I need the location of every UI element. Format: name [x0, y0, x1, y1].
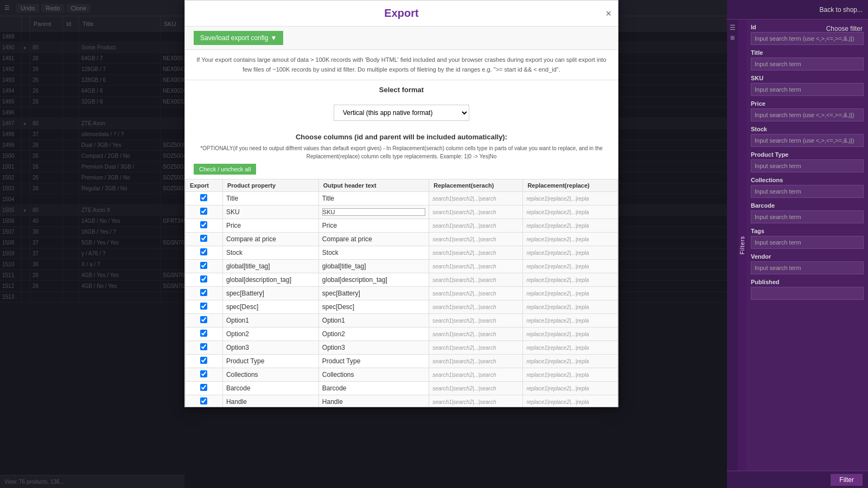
output-header-cell[interactable]: Stock [318, 246, 429, 260]
filter-product-type-input[interactable] [751, 159, 864, 172]
export-row-checkbox[interactable] [200, 397, 207, 404]
filter-id-input[interactable] [751, 32, 864, 45]
replacement-search-cell[interactable]: search1|search2|...|search [429, 382, 523, 395]
filter-published-input[interactable] [751, 287, 864, 300]
export-row-checkbox[interactable] [200, 235, 207, 242]
export-row-checkbox[interactable] [200, 316, 207, 323]
filter-price-input[interactable] [751, 108, 864, 121]
export-table-container: Export Product property Output header te… [185, 179, 618, 407]
export-row-checkbox[interactable] [200, 248, 207, 255]
property-cell: Collections [222, 368, 318, 382]
replacement-search-cell[interactable]: search1|search2|...|search [429, 273, 523, 287]
export-row-checkbox[interactable] [200, 194, 207, 201]
export-checkbox-cell [186, 382, 223, 395]
filter-sku-section: SKU [751, 75, 864, 96]
check-uncheck-all-button[interactable]: Check / uncheck all [194, 164, 256, 175]
export-table: Export Product property Output header te… [185, 179, 618, 407]
export-row-checkbox[interactable] [200, 357, 207, 364]
filter-sku-input[interactable] [751, 83, 864, 96]
replacement-replace-cell[interactable]: replace1|replace2|...|repla [523, 300, 618, 314]
replacement-replace-cell[interactable]: replace1|replace2|...|repla [523, 328, 618, 341]
replacement-replace-cell[interactable]: replace1|replace2|...|repla [523, 273, 618, 287]
output-header-cell[interactable]: Collections [318, 368, 429, 382]
export-row-checkbox[interactable] [200, 370, 207, 377]
export-row-checkbox[interactable] [200, 275, 207, 282]
replacement-replace-cell[interactable]: replace1|replace2|...|repla [523, 192, 618, 206]
output-header-cell[interactable]: spec[Desc] [318, 300, 429, 314]
replacement-search-cell[interactable]: search1|search2|...|search [429, 341, 523, 355]
replacement-replace-cell[interactable]: replace1|replace2|...|repla [523, 395, 618, 407]
replacement-replace-cell[interactable]: replace1|replace2|...|repla [523, 368, 618, 382]
output-header-cell[interactable]: global[title_tag] [318, 260, 429, 273]
output-header-cell[interactable]: Barcode [318, 382, 429, 395]
replacement-search-cell[interactable]: search1|search2|...|search [429, 287, 523, 300]
replacement-search-cell[interactable]: search1|search2|...|search [429, 395, 523, 407]
replacement-search-cell[interactable]: search1|search2|...|search [429, 300, 523, 314]
replacement-replace-cell[interactable]: replace1|replace2|...|repla [523, 355, 618, 368]
save-load-config-button[interactable]: Save/load export config ▼ [194, 31, 283, 45]
export-row-checkbox[interactable] [200, 262, 207, 269]
output-header-cell[interactable]: Product Type [318, 355, 429, 368]
replacement-search-cell[interactable]: search1|search2|...|search [429, 368, 523, 382]
filter-stock-input[interactable] [751, 134, 864, 147]
property-cell: Stock [222, 246, 318, 260]
output-header-input[interactable] [322, 208, 425, 216]
table-row: PricePricesearch1|search2|...|searchrepl… [186, 219, 618, 233]
filter-barcode-input[interactable] [751, 210, 864, 223]
property-cell: Option3 [222, 341, 318, 355]
replacement-replace-cell[interactable]: replace1|replace2|...|repla [523, 206, 618, 219]
replacement-search-cell[interactable]: search1|search2|...|search [429, 233, 523, 246]
filter-collections-input[interactable] [751, 185, 864, 198]
output-header-cell[interactable]: Title [318, 192, 429, 206]
export-row-checkbox[interactable] [200, 384, 207, 391]
replacement-replace-cell[interactable]: replace1|replace2|...|repla [523, 219, 618, 233]
replacement-replace-cell[interactable]: replace1|replace2|...|repla [523, 314, 618, 328]
replacement-search-cell[interactable]: search1|search2|...|search [429, 355, 523, 368]
output-header-cell[interactable]: Option2 [318, 328, 429, 341]
replacement-replace-cell[interactable]: replace1|replace2|...|repla [523, 287, 618, 300]
output-header-cell[interactable]: Option1 [318, 314, 429, 328]
replacement-replace-cell[interactable]: replace1|replace2|...|repla [523, 233, 618, 246]
replacement-search-cell[interactable]: search1|search2|...|search [429, 206, 523, 219]
replacement-search-cell[interactable]: search1|search2|...|search [429, 314, 523, 328]
sidebar-icon-column: ☰ ⊞ [727, 20, 738, 471]
table-row: SKUsearch1|search2|...|searchreplace1|re… [186, 206, 618, 219]
output-header-cell[interactable] [318, 206, 429, 219]
save-load-label: Save/load export config [200, 34, 268, 42]
replacement-replace-cell[interactable]: replace1|replace2|...|repla [523, 341, 618, 355]
replacement-search-cell[interactable]: search1|search2|...|search [429, 246, 523, 260]
replacement-replace-cell[interactable]: replace1|replace2|...|repla [523, 382, 618, 395]
export-row-checkbox[interactable] [200, 330, 207, 337]
output-header-cell[interactable]: Handle [318, 395, 429, 407]
optional-note: *OPTIONALY(if you need to output diffren… [185, 143, 618, 164]
replacement-replace-cell[interactable]: replace1|replace2|...|repla [523, 246, 618, 260]
replacement-search-cell[interactable]: search1|search2|...|search [429, 219, 523, 233]
modal-close-button[interactable]: × [605, 8, 611, 19]
output-header-cell[interactable]: Option3 [318, 341, 429, 355]
output-header-cell[interactable]: global[description_tag] [318, 273, 429, 287]
choose-filter-label[interactable]: Choose filter [826, 25, 863, 33]
replacement-replace-cell[interactable]: replace1|replace2|...|repla [523, 260, 618, 273]
back-to-shop-link[interactable]: Back to shop... [820, 6, 863, 14]
replacement-search-cell[interactable]: search1|search2|...|search [429, 192, 523, 206]
col-property: Product property [222, 179, 318, 192]
filter-collections-label: Collections [751, 177, 864, 183]
export-row-checkbox[interactable] [200, 208, 207, 215]
filters-tab[interactable]: Filters [738, 20, 746, 471]
output-header-cell[interactable]: Price [318, 219, 429, 233]
export-row-checkbox[interactable] [200, 303, 207, 310]
filter-tags-input[interactable] [751, 236, 864, 249]
filter-title-input[interactable] [751, 57, 864, 70]
filter-title-label: Title [751, 49, 864, 56]
output-header-cell[interactable]: spec[Battery] [318, 287, 429, 300]
export-checkbox-cell [186, 233, 223, 246]
format-select[interactable]: Vertical (this app native format) [334, 105, 469, 121]
export-row-checkbox[interactable] [200, 221, 207, 228]
filter-apply-button[interactable]: Filter [831, 474, 863, 486]
export-row-checkbox[interactable] [200, 289, 207, 296]
output-header-cell[interactable]: Compare at price [318, 233, 429, 246]
filter-vendor-input[interactable] [751, 261, 864, 274]
replacement-search-cell[interactable]: search1|search2|...|search [429, 328, 523, 341]
export-row-checkbox[interactable] [200, 343, 207, 350]
replacement-search-cell[interactable]: search1|search2|...|search [429, 260, 523, 273]
